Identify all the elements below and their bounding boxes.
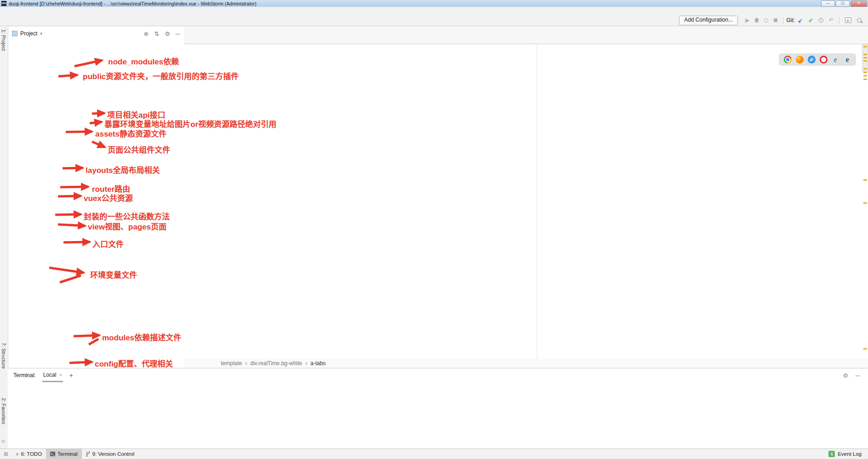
browser-preview-popup: e e (779, 53, 856, 66)
favorites-star-icon: ☆ (1, 438, 6, 444)
debug-icon[interactable] (755, 18, 759, 23)
collapse-all-icon[interactable]: ⇅ (154, 30, 159, 37)
main-toolbar: Add Configuration... ▶ Git: ↙ ✓ ↶ ▶ (0, 15, 868, 26)
hide-panel-icon[interactable]: ─ (176, 30, 180, 37)
close-icon: × (59, 372, 62, 378)
todo-list-icon: ≡ (16, 452, 19, 457)
scrollbar-mark (863, 348, 867, 350)
toolwindow-favorites-tab[interactable]: 2: Favorites (1, 398, 6, 424)
git-commit-icon[interactable]: ✓ (808, 17, 813, 24)
terminal-settings-icon[interactable]: ⚙ (843, 372, 848, 379)
toolwindow-structure-tab[interactable]: 7: Structure (1, 343, 6, 369)
left-tool-strip: 1: Project 7: Structure 2: Favorites ☆ (0, 27, 8, 448)
terminal-output[interactable] (8, 382, 868, 386)
toolwindow-project-tab[interactable]: 1: Project (1, 29, 6, 51)
scrollbar-mark (863, 60, 867, 62)
terminal-icon: >_ (50, 452, 55, 456)
scrollbar-mark (863, 68, 867, 69)
edge-icon[interactable]: e (844, 56, 851, 63)
project-panel: Project ▾ ⊕ ⇅ ⚙ ─ (8, 27, 184, 368)
gear-icon[interactable]: ⚙ (165, 30, 170, 37)
webstorm-logo-icon: WS (1, 1, 6, 6)
run-icon[interactable]: ▶ (745, 17, 749, 23)
editor: e e template› div.realTime.bg-white› a-t… (184, 27, 868, 368)
close-button[interactable]: ✕ (851, 0, 867, 7)
breadcrumb-a-tabs[interactable]: a-tabs (310, 360, 326, 367)
scrollbar-mark (863, 57, 867, 58)
rollback-icon[interactable]: ↶ (829, 17, 834, 23)
ie-icon[interactable]: e (832, 56, 839, 63)
git-update-icon[interactable]: ↙ (798, 17, 803, 24)
scrollbar-mark (863, 46, 867, 47)
breadcrumb-template[interactable]: template (221, 360, 242, 367)
coverage-icon[interactable] (764, 18, 768, 23)
chevron-down-icon[interactable]: ▾ (40, 31, 42, 36)
project-panel-header: Project ▾ ⊕ ⇅ ⚙ ─ (8, 27, 184, 40)
title-bar: WS duoji-frontend [D:\zheheWeb\duoji-fro… (0, 0, 868, 7)
add-configuration-button[interactable]: Add Configuration... (679, 16, 738, 25)
terminal-tab-local[interactable]: Local× (42, 369, 63, 382)
minimize-button[interactable]: — (821, 0, 835, 7)
statusbar-todo[interactable]: ≡ 6: TODO (12, 449, 46, 459)
scrollbar-mark (863, 179, 867, 181)
search-everywhere-icon[interactable] (857, 18, 862, 23)
opera-icon[interactable] (820, 56, 828, 63)
locate-icon[interactable]: ⊕ (144, 30, 149, 37)
right-margin-guide (537, 44, 537, 359)
window-title: duoji-frontend [D:\zheheWeb\duoji-fronte… (9, 1, 256, 6)
breadcrumb-div[interactable]: div.realTime.bg-white (250, 360, 302, 367)
terminal-hide-icon[interactable]: ─ (856, 372, 860, 379)
editor-breadcrumb: template› div.realTime.bg-white› a-tabs (184, 359, 868, 368)
firefox-icon[interactable] (796, 56, 804, 63)
branch-icon (86, 451, 90, 457)
maximize-button[interactable]: ▢ (836, 0, 850, 7)
scrollbar-mark (863, 79, 867, 80)
scrollbar-mark (863, 75, 867, 76)
terminal-header: Terminal: Local× + ⚙ ─ (8, 368, 868, 382)
event-count-badge: 1 (828, 451, 835, 457)
scrollbar-mark (863, 72, 867, 73)
menu-bar (0, 7, 868, 15)
safari-icon[interactable] (808, 56, 816, 63)
statusbar-version-control[interactable]: 9: Version Control (82, 449, 138, 459)
scrollbar-mark (863, 202, 867, 204)
statusbar-event-log[interactable]: 1 Event Log (828, 451, 868, 457)
scrollbar-mark (863, 54, 867, 55)
chrome-icon[interactable] (784, 56, 792, 63)
git-label: Git: (786, 17, 795, 23)
project-pane-icon (12, 31, 17, 36)
editor-tab-strip (184, 27, 868, 44)
run-anything-icon[interactable]: ▶ (845, 17, 851, 23)
terminal-label: Terminal: (13, 372, 36, 379)
project-panel-title[interactable]: Project (20, 30, 37, 37)
toolwindow-switcher-icon[interactable]: ⊞ (4, 451, 8, 457)
status-bar: ⊞ ≡ 6: TODO >_ Terminal 9: Version Contr… (0, 448, 868, 459)
statusbar-terminal[interactable]: >_ Terminal (46, 449, 81, 459)
history-icon[interactable] (819, 18, 823, 23)
terminal-panel: Terminal: Local× + ⚙ ─ (8, 368, 868, 448)
stop-icon[interactable] (774, 18, 777, 22)
new-terminal-icon[interactable]: + (69, 372, 73, 379)
